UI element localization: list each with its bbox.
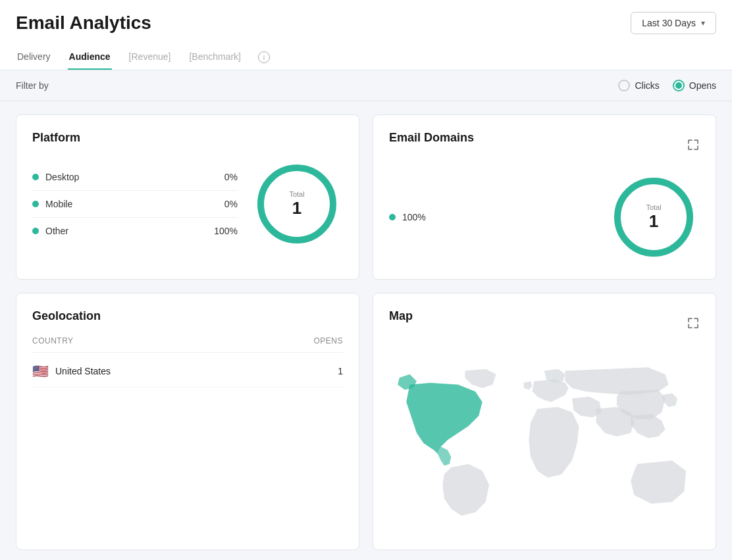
clicks-radio[interactable]: Clicks — [618, 80, 659, 91]
platform-name: Other — [45, 226, 207, 236]
platform-pct: 0% — [224, 199, 238, 209]
email-domains-donut: Total 1 — [608, 171, 700, 263]
list-item: Other 100% — [32, 218, 238, 244]
header: Email Analytics Last 30 Days ▾ Delivery … — [0, 0, 732, 70]
list-item: Desktop 0% — [32, 164, 238, 191]
clicks-label: Clicks — [635, 80, 659, 91]
country-column-header: Country — [32, 336, 74, 345]
opens-column-header: Opens — [313, 336, 343, 345]
geolocation-card: Geolocation Country Opens 🇺🇸 United Stat… — [16, 293, 359, 550]
chevron-down-icon: ▾ — [701, 18, 705, 28]
geo-country: 🇺🇸 United States — [32, 363, 111, 379]
nav-tabs: Delivery Audience [Revenue] [Benchmark] … — [16, 45, 716, 70]
clicks-radio-circle — [618, 80, 630, 91]
donut-total-value: 1 — [292, 198, 301, 218]
dot-icon — [32, 228, 39, 234]
map-title: Map — [389, 309, 413, 323]
map-visualization — [389, 349, 700, 534]
info-icon[interactable]: i — [258, 51, 270, 63]
dot-icon — [32, 201, 39, 207]
tab-revenue[interactable]: [Revenue] — [128, 45, 172, 70]
geolocation-title: Geolocation — [32, 309, 343, 323]
tab-audience[interactable]: Audience — [68, 45, 112, 70]
date-range-button[interactable]: Last 30 Days ▾ — [631, 12, 716, 34]
donut-total-label: Total — [646, 203, 661, 211]
list-item: 100% — [389, 204, 594, 230]
tab-delivery[interactable]: Delivery — [16, 45, 52, 70]
header-top: Email Analytics Last 30 Days ▾ — [16, 12, 716, 34]
donut-total-value: 1 — [649, 211, 658, 231]
radio-group: Clicks Opens — [618, 80, 716, 91]
list-item: Mobile 0% — [32, 191, 238, 218]
platform-name: Desktop — [45, 172, 218, 182]
platform-card: Platform Desktop 0% Mobile 0% Other 100% — [16, 115, 359, 280]
filter-label: Filter by — [16, 80, 49, 91]
opens-label: Opens — [689, 80, 716, 91]
table-row: 🇺🇸 United States 1 — [32, 355, 343, 388]
world-map-svg — [389, 349, 700, 534]
platform-list: Desktop 0% Mobile 0% Other 100% — [32, 164, 238, 244]
geo-table-header: Country Opens — [32, 336, 343, 353]
map-card-header: Map — [389, 309, 700, 336]
country-name: United States — [55, 366, 111, 376]
domain-list: 100% — [389, 204, 594, 230]
opens-radio[interactable]: Opens — [673, 80, 716, 91]
platform-title: Platform — [32, 131, 343, 145]
platform-pct: 0% — [224, 172, 238, 182]
email-domains-card: Email Domains 100% Total — [373, 115, 716, 280]
donut-total-label: Total — [289, 190, 304, 198]
platform-name: Mobile — [45, 199, 218, 209]
platform-content: Desktop 0% Mobile 0% Other 100% — [32, 158, 343, 250]
domain-pct: 100% — [402, 212, 426, 222]
opens-value: 1 — [338, 366, 343, 376]
dot-icon — [389, 214, 396, 220]
platform-pct: 100% — [214, 226, 238, 236]
tab-benchmark[interactable]: [Benchmark] — [188, 45, 242, 70]
email-domains-title: Email Domains — [389, 131, 474, 145]
map-card: Map — [373, 293, 716, 550]
email-domains-card-header: Email Domains — [389, 131, 700, 158]
filter-bar: Filter by Clicks Opens — [0, 70, 732, 101]
expand-icon[interactable] — [687, 138, 700, 151]
date-range-label: Last 30 Days — [642, 18, 696, 28]
page-title: Email Analytics — [16, 13, 151, 34]
main-content: Platform Desktop 0% Mobile 0% Other 100% — [0, 101, 732, 560]
opens-radio-circle — [673, 80, 685, 91]
platform-donut: Total 1 — [251, 158, 343, 250]
dot-icon — [32, 174, 39, 180]
donut-center: Total 1 — [646, 203, 661, 232]
expand-icon[interactable] — [687, 317, 700, 330]
email-domain-content: 100% Total 1 — [389, 171, 700, 263]
donut-center: Total 1 — [289, 190, 304, 218]
us-flag-icon: 🇺🇸 — [32, 363, 49, 379]
